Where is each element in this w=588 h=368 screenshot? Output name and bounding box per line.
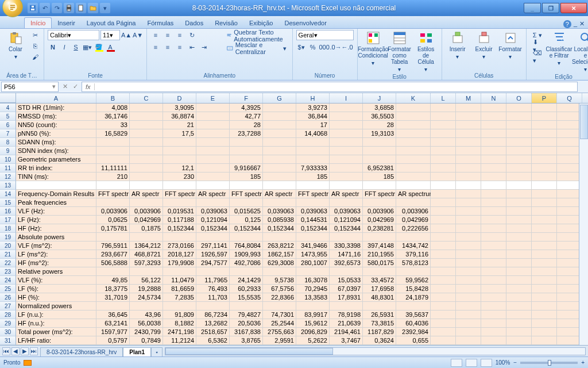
cell[interactable]: 629,3008 bbox=[263, 259, 296, 267]
tab-formulas[interactable]: Fórmulas bbox=[142, 18, 180, 28]
bold-icon[interactable]: N bbox=[48, 42, 58, 52]
col-header-O[interactable]: O bbox=[506, 93, 532, 103]
col-header-M[interactable]: M bbox=[456, 93, 481, 103]
cell[interactable] bbox=[431, 129, 456, 138]
cell[interactable]: 33 bbox=[96, 121, 130, 129]
cell[interactable]: 294,7577 bbox=[196, 259, 230, 267]
cell[interactable] bbox=[456, 147, 481, 155]
cell[interactable] bbox=[396, 181, 431, 190]
cell[interactable]: 179,9908 bbox=[163, 259, 196, 267]
cell[interactable] bbox=[481, 293, 506, 302]
row-header[interactable]: 5 bbox=[0, 112, 16, 121]
cell[interactable] bbox=[431, 336, 456, 345]
fill-color-icon[interactable]: 🪣 bbox=[94, 42, 104, 52]
fx-accept-icon[interactable]: ✓ bbox=[70, 83, 80, 90]
cell[interactable] bbox=[163, 181, 196, 190]
cell[interactable]: SDNN index (ms): bbox=[16, 147, 96, 155]
cell[interactable] bbox=[363, 138, 396, 147]
cell[interactable] bbox=[506, 216, 532, 224]
font-size-combo[interactable]: 11 ▾ bbox=[100, 30, 120, 40]
cell[interactable] bbox=[196, 198, 230, 207]
cell[interactable] bbox=[431, 328, 456, 336]
cell[interactable] bbox=[481, 285, 506, 293]
cell[interactable] bbox=[196, 164, 230, 172]
cell[interactable] bbox=[506, 147, 532, 155]
cell[interactable] bbox=[263, 164, 296, 172]
cell[interactable]: 20,5036 bbox=[230, 319, 263, 328]
cell[interactable] bbox=[532, 138, 557, 147]
cell[interactable]: FFT spectr bbox=[296, 190, 330, 198]
align-center-icon[interactable]: ≡ bbox=[163, 42, 173, 52]
cell[interactable]: HF (Hz): bbox=[16, 224, 96, 233]
cell[interactable] bbox=[363, 267, 396, 276]
cell[interactable]: 1909,993 bbox=[230, 250, 263, 259]
cell[interactable] bbox=[330, 267, 363, 276]
cell[interactable] bbox=[431, 181, 456, 190]
cell[interactable]: 0,085938 bbox=[263, 216, 296, 224]
col-header-E[interactable]: E bbox=[196, 93, 230, 103]
cell[interactable]: 36,645 bbox=[96, 310, 130, 319]
cell[interactable] bbox=[456, 276, 481, 285]
cell[interactable]: 0,039063 bbox=[330, 207, 363, 216]
cell[interactable] bbox=[532, 198, 557, 207]
insert-cells-button[interactable]: Inserir▾ bbox=[446, 30, 470, 61]
col-header-P[interactable]: P bbox=[532, 93, 557, 103]
cell[interactable]: 16,3078 bbox=[296, 276, 330, 285]
cell[interactable]: 17,8931 bbox=[330, 293, 363, 302]
cell[interactable]: 0,015625 bbox=[230, 207, 263, 216]
cell[interactable] bbox=[506, 138, 532, 147]
cell[interactable] bbox=[296, 138, 330, 147]
cell[interactable] bbox=[263, 138, 296, 147]
col-header-A[interactable]: A bbox=[16, 93, 96, 103]
cell[interactable] bbox=[532, 250, 557, 259]
cell[interactable] bbox=[130, 138, 163, 147]
cell[interactable]: 397,4148 bbox=[363, 241, 396, 250]
cell[interactable]: 492,7086 bbox=[230, 259, 263, 267]
cell[interactable] bbox=[481, 336, 506, 345]
cell[interactable]: Relative powers bbox=[16, 267, 96, 276]
cell[interactable] bbox=[263, 103, 296, 112]
cell[interactable] bbox=[196, 233, 230, 241]
copy-icon[interactable]: ⎘ bbox=[30, 41, 40, 51]
cell[interactable] bbox=[481, 207, 506, 216]
cell[interactable] bbox=[396, 233, 431, 241]
cell[interactable]: 23,7288 bbox=[230, 129, 263, 138]
cell[interactable]: 273,0166 bbox=[163, 241, 196, 250]
row-header[interactable]: 7 bbox=[0, 129, 16, 138]
cell[interactable]: AR spectr bbox=[196, 190, 230, 198]
cell[interactable] bbox=[363, 198, 396, 207]
cell[interactable] bbox=[130, 121, 163, 129]
cell[interactable]: TINN (ms): bbox=[16, 172, 96, 181]
cell[interactable]: 597,3293 bbox=[130, 259, 163, 267]
cell[interactable]: NN50 (count): bbox=[16, 121, 96, 129]
cell[interactable] bbox=[456, 216, 481, 224]
cell[interactable] bbox=[230, 233, 263, 241]
row-header[interactable]: 8 bbox=[0, 138, 16, 147]
cell[interactable]: 24,5734 bbox=[130, 293, 163, 302]
cell[interactable] bbox=[163, 198, 196, 207]
cell[interactable] bbox=[263, 267, 296, 276]
sheet-tab-new[interactable]: ⋆ bbox=[151, 347, 163, 356]
print-icon[interactable] bbox=[64, 3, 74, 13]
cell[interactable] bbox=[506, 310, 532, 319]
cell[interactable]: 56,0038 bbox=[130, 319, 163, 328]
cell[interactable]: 36,844 bbox=[296, 112, 330, 121]
cell[interactable]: 1471,16 bbox=[330, 250, 363, 259]
col-header-Q[interactable]: Q bbox=[557, 93, 582, 103]
cell[interactable]: 0,003906 bbox=[130, 207, 163, 216]
zoom-slider[interactable] bbox=[520, 362, 578, 364]
cell[interactable] bbox=[532, 216, 557, 224]
cell[interactable]: Geometric parameters bbox=[16, 155, 96, 164]
cell[interactable] bbox=[396, 198, 431, 207]
row-header[interactable]: 15 bbox=[0, 198, 16, 207]
cell[interactable]: 2518,657 bbox=[196, 328, 230, 336]
cell[interactable] bbox=[532, 293, 557, 302]
cell[interactable] bbox=[396, 121, 431, 129]
cell[interactable] bbox=[196, 302, 230, 310]
cell[interactable]: 3,6858 bbox=[363, 103, 396, 112]
cell[interactable] bbox=[130, 129, 163, 138]
row-header[interactable]: 11 bbox=[0, 164, 16, 172]
cell[interactable] bbox=[130, 155, 163, 164]
cell[interactable]: 0,039063 bbox=[196, 207, 230, 216]
cell[interactable] bbox=[456, 267, 481, 276]
